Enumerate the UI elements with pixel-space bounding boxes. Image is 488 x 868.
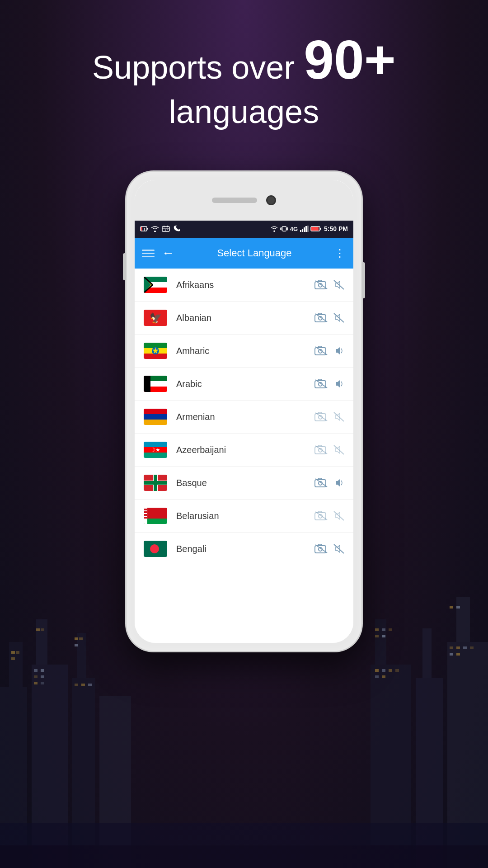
- svg-rect-16: [34, 682, 38, 684]
- language-name: Albanian: [176, 313, 314, 323]
- time-label: 5:50 PM: [324, 225, 348, 232]
- language-name: Afrikaans: [176, 280, 314, 290]
- language-icons: [314, 412, 344, 422]
- svg-rect-45: [463, 646, 467, 649]
- svg-rect-27: [422, 628, 432, 678]
- language-name: Azeerbaijani: [176, 445, 314, 455]
- list-item[interactable]: Amharic: [135, 335, 353, 368]
- vibrate-icon: [280, 226, 288, 232]
- language-name: Bengali: [176, 544, 314, 554]
- list-item[interactable]: Bengali: [135, 533, 353, 565]
- camera-off-icon: [314, 511, 328, 521]
- phone-mockup: ! 17 4G: [127, 172, 361, 669]
- camera-off-icon: [314, 478, 328, 488]
- camera-off-icon: [314, 544, 328, 554]
- 4g-label: 4G: [290, 226, 298, 232]
- svg-point-55: [154, 231, 156, 232]
- language-icons: [314, 346, 344, 356]
- language-icons: [314, 511, 344, 521]
- signal-icon: [300, 226, 309, 232]
- language-name: Arabic: [176, 379, 314, 389]
- status-bar: ! 17 4G: [135, 220, 353, 238]
- svg-rect-7: [11, 651, 15, 654]
- svg-rect-41: [450, 606, 453, 609]
- svg-rect-133: [144, 509, 147, 510]
- camera-off-icon: [314, 412, 328, 422]
- phone-camera: [266, 195, 276, 205]
- audio-off-icon: [333, 511, 344, 521]
- svg-rect-1: [9, 642, 23, 687]
- audio-off-icon: [333, 445, 344, 455]
- svg-rect-10: [36, 628, 40, 631]
- svg-rect-48: [456, 653, 460, 656]
- flag-basque: [144, 475, 167, 491]
- svg-text:☽★: ☽★: [150, 447, 160, 453]
- svg-rect-118: [315, 447, 326, 454]
- svg-rect-108: [144, 414, 167, 420]
- svg-rect-36: [382, 669, 385, 672]
- svg-point-142: [150, 544, 159, 553]
- svg-rect-82: [315, 282, 326, 289]
- svg-rect-46: [470, 646, 474, 649]
- language-name: Amharic: [176, 346, 314, 356]
- audio-off-icon: [333, 280, 344, 290]
- svg-rect-116: [144, 453, 167, 458]
- svg-rect-67: [300, 230, 301, 232]
- language-icons: [314, 445, 344, 455]
- svg-rect-30: [375, 628, 379, 631]
- svg-rect-97: [315, 348, 326, 355]
- audio-off-icon: [333, 412, 344, 422]
- svg-rect-134: [144, 511, 147, 513]
- svg-rect-23: [88, 684, 92, 686]
- svg-rect-50: [0, 845, 488, 868]
- svg-rect-34: [382, 635, 385, 637]
- svg-rect-12: [34, 669, 38, 672]
- svg-rect-103: [144, 376, 150, 392]
- svg-rect-127: [315, 480, 326, 487]
- svg-rect-15: [41, 675, 44, 678]
- phone-speaker: [212, 198, 257, 203]
- svg-rect-42: [456, 606, 460, 609]
- list-item[interactable]: 🦅 Albanian: [135, 302, 353, 335]
- svg-text:🦅: 🦅: [150, 312, 162, 324]
- language-name: Basque: [176, 478, 314, 488]
- camera-off-icon: [314, 280, 328, 290]
- svg-rect-136: [144, 517, 147, 519]
- list-item[interactable]: Afrikaans: [135, 269, 353, 302]
- list-item[interactable]: ☽★ Azeerbaijani: [135, 434, 353, 467]
- list-item[interactable]: Arabic: [135, 368, 353, 401]
- svg-text:!: !: [144, 227, 145, 231]
- svg-rect-43: [450, 646, 453, 649]
- audio-off-icon: [333, 313, 344, 323]
- flag-albanian: 🦅: [144, 310, 167, 326]
- svg-rect-18: [75, 637, 78, 640]
- app-bar-title: Select Language: [182, 247, 327, 259]
- svg-rect-33: [375, 635, 379, 637]
- hotspot-icon: [270, 226, 278, 232]
- language-list: Afrikaans 🦅 Albanian: [135, 269, 353, 643]
- svg-rect-19: [79, 637, 83, 640]
- svg-point-61: [273, 231, 275, 232]
- svg-rect-110: [315, 414, 326, 421]
- audio-off-icon: [333, 544, 344, 554]
- flag-amharic: [144, 343, 167, 359]
- back-button[interactable]: ←: [162, 246, 174, 260]
- flag-afrikaans: [144, 277, 167, 293]
- svg-rect-11: [41, 628, 44, 631]
- svg-rect-8: [16, 651, 19, 654]
- flag-arabic: [144, 376, 167, 392]
- phone-icon: [173, 226, 181, 232]
- flag-azerbaijani: ☽★: [144, 442, 167, 458]
- svg-rect-21: [75, 684, 78, 686]
- list-item[interactable]: Armenian: [135, 401, 353, 434]
- svg-rect-9: [11, 657, 15, 660]
- hamburger-menu-icon[interactable]: [142, 250, 155, 257]
- list-item[interactable]: Belarusian: [135, 500, 353, 533]
- svg-rect-73: [320, 228, 321, 230]
- more-options-button[interactable]: ⋮: [334, 247, 346, 259]
- flag-armenian: [144, 409, 167, 425]
- list-item[interactable]: Basque: [135, 467, 353, 500]
- svg-rect-29: [456, 597, 470, 642]
- svg-rect-70: [305, 226, 307, 232]
- svg-rect-109: [144, 420, 167, 425]
